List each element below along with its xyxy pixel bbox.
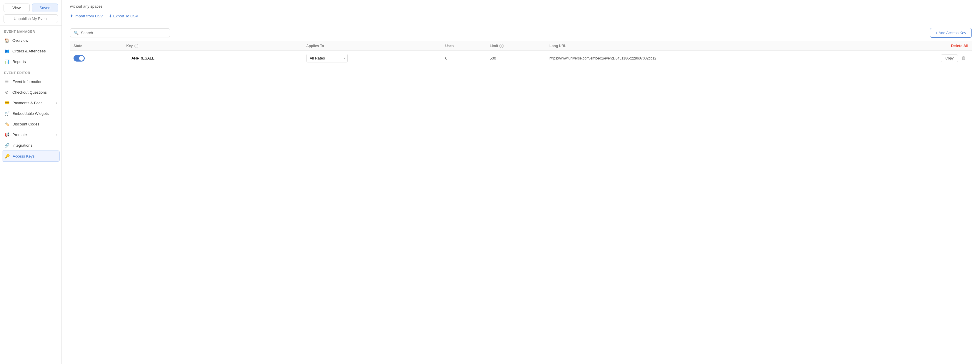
upload-icon: ⬆ [70,14,73,18]
col-applies-to: Applies To [303,41,441,51]
applies-to-cell: All RatesSpecific Rates▾ [303,51,441,66]
sidebar-item-event-information[interactable]: ☰ Event Information [0,76,62,87]
key-info-icon[interactable]: i [134,44,138,48]
table-row: All RatesSpecific Rates▾0500https://www.… [70,51,972,66]
export-label: Export To CSV [113,14,138,18]
saved-button[interactable]: Saved [32,3,58,12]
state-toggle[interactable] [73,55,85,62]
sidebar-item-label: Integrations [12,143,32,148]
delete-all-link[interactable]: Delete All [951,43,968,48]
sidebar-item-label: Promote [12,133,27,137]
integrations-icon: 🔗 [4,142,10,148]
view-button[interactable]: View [3,3,30,12]
sidebar-item-orders-attendees[interactable]: 👥 Orders & Attendees [0,46,62,56]
sidebar-item-discount-codes[interactable]: 🏷️ Discount Codes [0,119,62,129]
payments-icon: 💳 [4,100,10,105]
state-cell [70,51,123,66]
toolbar: 🔍 + Add Access Key [70,28,972,38]
delete-button[interactable]: 🗑 [959,54,968,62]
reports-icon: 📊 [4,59,10,64]
home-icon: 🏠 [4,38,10,43]
copy-button[interactable]: Copy [941,54,958,62]
unpublish-button[interactable]: Unpublish My Event [3,14,58,23]
main-content: without any spaces. ⬆ Import from CSV ⬇ … [62,0,980,364]
uses-cell: 0 [442,51,486,66]
sidebar-item-label: Overview [12,38,28,43]
event-editor-label: EVENT EDITOR [0,67,62,76]
main-inner: without any spaces. ⬆ Import from CSV ⬇ … [62,0,980,74]
checkout-icon: ⊙ [4,89,10,95]
sidebar-item-label: Reports [12,59,26,64]
export-csv-link[interactable]: ⬇ Export To CSV [109,14,138,18]
sidebar-item-integrations[interactable]: 🔗 Integrations [0,140,62,150]
key-input[interactable] [126,54,299,63]
sidebar-item-promote[interactable]: 📢 Promote › [0,129,62,140]
widgets-icon: 🛒 [4,111,10,116]
import-csv-link[interactable]: ⬆ Import from CSV [70,14,103,18]
col-long-url: Long URL [546,41,873,51]
col-delete-all: Delete All [873,41,972,51]
sidebar-item-reports[interactable]: 📊 Reports [0,56,62,67]
csv-actions: ⬆ Import from CSV ⬇ Export To CSV [70,11,972,23]
limit-info-icon[interactable]: i [500,44,504,48]
sidebar-item-payments-fees[interactable]: 💳 Payments & Fees › [0,97,62,108]
url-text: https://www.universe.com/embed2/events/6… [549,56,657,61]
table-header-row: State Key i Applies To Uses [70,41,972,51]
top-note: without any spaces. [70,0,972,11]
event-manager-label: EVENT MANAGER [0,26,62,35]
discount-icon: 🏷️ [4,121,10,127]
sidebar-item-access-keys[interactable]: 🔑 Access Keys [2,150,60,162]
key-icon: 🔑 [5,153,10,159]
app-layout: View Saved Unpublish My Event EVENT MANA… [0,0,980,364]
applies-to-select[interactable]: All RatesSpecific Rates [307,54,348,62]
sidebar-item-label: Discount Codes [12,122,40,126]
actions-cell: Copy 🗑 [873,51,972,66]
sidebar-item-label: Checkout Questions [12,90,47,94]
promote-icon: 📢 [4,132,10,137]
access-keys-table: State Key i Applies To Uses [70,41,972,66]
sidebar-item-label: Embeddable Widgets [12,111,49,116]
col-key: Key i [123,41,303,51]
sidebar: View Saved Unpublish My Event EVENT MANA… [0,0,62,364]
applies-to-wrapper: All RatesSpecific Rates▾ [307,54,348,62]
list-icon: ☰ [4,79,10,84]
add-access-key-button[interactable]: + Add Access Key [930,28,972,38]
sidebar-top-actions: View Saved Unpublish My Event [0,0,62,26]
table-body: All RatesSpecific Rates▾0500https://www.… [70,51,972,66]
col-state: State [70,41,123,51]
key-cell [123,51,303,66]
sidebar-item-label: Access Keys [13,154,34,158]
download-icon: ⬇ [109,14,112,18]
limit-cell: 500 [486,51,546,66]
chevron-icon: › [56,101,57,105]
sidebar-item-checkout-questions[interactable]: ⊙ Checkout Questions [0,87,62,97]
long-url-cell: https://www.universe.com/embed2/events/6… [546,51,873,66]
search-input[interactable] [81,30,166,35]
sidebar-item-overview[interactable]: 🏠 Overview [0,35,62,46]
view-saved-row: View Saved [3,3,58,12]
col-limit: Limit i [486,41,546,51]
search-box: 🔍 [70,28,170,37]
sidebar-item-label: Event Information [12,80,42,84]
sidebar-item-embeddable-widgets[interactable]: 🛒 Embeddable Widgets [0,108,62,119]
orders-icon: 👥 [4,48,10,54]
search-icon: 🔍 [74,30,78,35]
import-label: Import from CSV [75,14,103,18]
sidebar-item-label: Orders & Attendees [12,49,46,53]
chevron-icon: › [56,133,57,136]
col-uses: Uses [442,41,486,51]
sidebar-item-label: Payments & Fees [12,101,43,105]
